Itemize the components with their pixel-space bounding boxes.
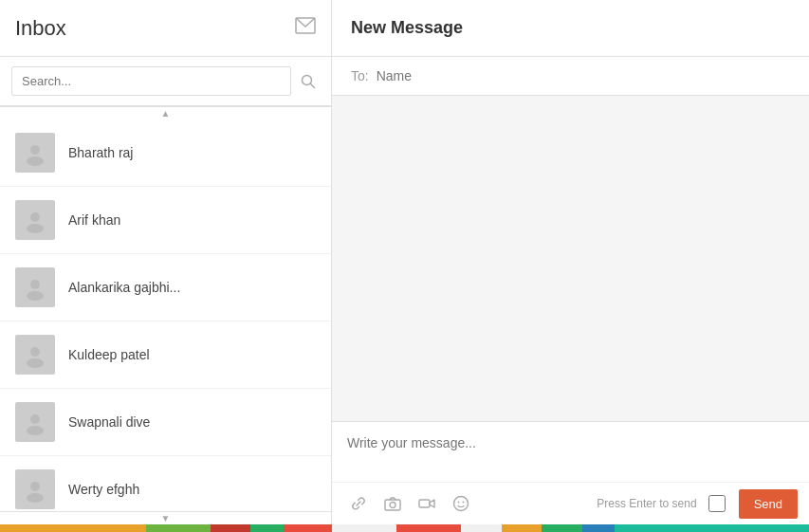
svg-point-3	[30, 145, 40, 155]
message-textarea[interactable]	[332, 422, 809, 479]
contact-item[interactable]: Arif khan	[0, 187, 331, 254]
press-enter-label: Press Enter to send	[597, 497, 696, 510]
link-icon[interactable]	[343, 488, 374, 519]
search-container	[0, 57, 331, 106]
message-compose: Press Enter to send Send	[332, 421, 809, 524]
contact-name: Swapnali dive	[68, 414, 150, 430]
svg-point-5	[30, 212, 40, 222]
inbox-title: Inbox	[15, 16, 66, 41]
camera-icon[interactable]	[377, 488, 408, 519]
svg-point-7	[30, 280, 40, 289]
svg-point-11	[30, 414, 40, 424]
svg-point-18	[454, 497, 469, 511]
color-bar-segment	[332, 524, 396, 532]
contact-item[interactable]: Bharath raj	[0, 119, 331, 187]
message-title: New Message	[351, 18, 463, 38]
svg-point-10	[27, 358, 44, 368]
svg-point-6	[27, 224, 44, 233]
avatar	[15, 267, 55, 307]
contact-name: Arif khan	[68, 212, 120, 228]
compose-icon[interactable]	[295, 17, 316, 39]
contacts-list: Bharath raj Arif khan Alankarika gajbhi.…	[0, 119, 331, 511]
color-bar-segment	[284, 524, 332, 532]
color-bar-segment	[146, 524, 211, 532]
svg-point-12	[27, 426, 44, 435]
svg-rect-17	[419, 500, 430, 507]
avatar	[15, 469, 55, 509]
message-header: New Message	[332, 0, 809, 57]
contact-item[interactable]: Alankarika gajbhi...	[0, 254, 331, 321]
avatar	[15, 200, 55, 240]
avatar	[15, 133, 55, 173]
contact-name: Bharath raj	[68, 145, 133, 160]
svg-line-2	[311, 83, 315, 87]
to-label: To:	[351, 68, 369, 83]
color-bar-segment	[211, 524, 251, 532]
color-bar-segment	[615, 524, 809, 532]
color-bar-segment	[0, 524, 146, 532]
color-bar-segment	[250, 524, 283, 532]
avatar	[15, 402, 55, 442]
search-button[interactable]	[297, 70, 320, 93]
color-bar-segment	[542, 524, 582, 532]
svg-point-13	[30, 482, 40, 491]
svg-point-14	[27, 493, 44, 503]
color-bar	[0, 524, 809, 532]
contact-item[interactable]: Kuldeep patel	[0, 321, 331, 389]
compose-toolbar: Press Enter to send Send	[332, 482, 809, 524]
right-panel: New Message To:	[332, 0, 809, 524]
scroll-down-arrow[interactable]: ▼	[0, 511, 331, 524]
svg-rect-15	[385, 500, 400, 510]
svg-point-20	[463, 502, 465, 504]
contact-name: Alankarika gajbhi...	[68, 280, 180, 295]
svg-point-8	[27, 291, 44, 301]
to-input[interactable]	[377, 68, 790, 83]
color-bar-segment	[396, 524, 461, 532]
contact-item[interactable]: Swapnali dive	[0, 389, 331, 456]
press-enter-checkbox[interactable]	[708, 495, 726, 512]
color-bar-segment	[582, 524, 615, 532]
left-panel: Inbox ▲	[0, 0, 332, 524]
main-content: Inbox ▲	[0, 0, 809, 524]
contact-item[interactable]: Werty efghh	[0, 456, 331, 511]
svg-point-19	[458, 502, 460, 504]
svg-point-16	[390, 503, 395, 508]
search-input[interactable]	[11, 66, 291, 96]
contact-name: Werty efghh	[68, 482, 139, 497]
emoji-icon[interactable]	[446, 488, 476, 519]
inbox-header: Inbox	[0, 0, 331, 57]
send-button[interactable]: Send	[739, 489, 798, 519]
contact-name: Kuldeep patel	[68, 347, 150, 362]
color-bar-segment	[461, 524, 502, 532]
app-container: Inbox ▲	[0, 0, 809, 532]
svg-point-9	[30, 347, 40, 357]
to-field: To:	[332, 57, 809, 96]
scroll-up-arrow[interactable]: ▲	[0, 106, 331, 119]
color-bar-segment	[502, 524, 542, 532]
video-icon[interactable]	[412, 488, 442, 519]
svg-point-4	[27, 156, 44, 166]
avatar	[15, 335, 55, 375]
message-body	[332, 96, 809, 421]
